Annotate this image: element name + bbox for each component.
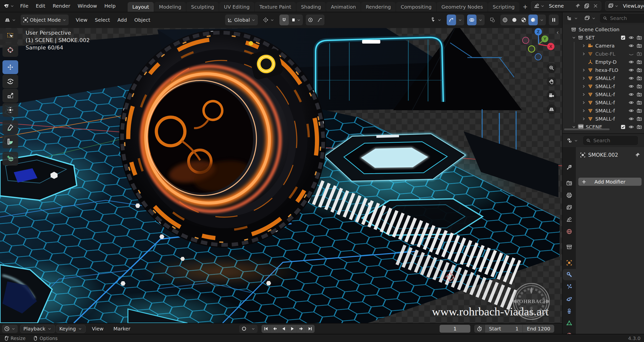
delete-scene-button[interactable]	[591, 2, 600, 10]
tab-sculpting[interactable]: Sculpting	[186, 2, 219, 12]
play-button[interactable]	[288, 325, 297, 333]
chevron-right-icon[interactable]	[581, 68, 586, 72]
pin-icon[interactable]	[635, 152, 640, 158]
menu-select[interactable]: Select	[91, 14, 114, 26]
tab-constraints[interactable]	[562, 306, 576, 317]
properties-editor-type-button[interactable]	[564, 136, 580, 145]
camera-visibility-icon[interactable]	[636, 43, 642, 48]
outliner-horizontal-scrollbar[interactable]	[564, 128, 610, 130]
chevron-right-icon[interactable]	[581, 116, 586, 121]
browse-viewlayer-button[interactable]	[606, 2, 620, 10]
viewport-3d[interactable]: www.rohrbach-viadas.art ROHRBACH ® User …	[0, 28, 562, 323]
active-object-name[interactable]: SMOKE.002	[588, 152, 618, 158]
outliner-row-small-f[interactable]: SMALL-f	[562, 90, 644, 98]
eye-icon[interactable]	[628, 43, 634, 48]
next-keyframe-button[interactable]	[297, 325, 306, 333]
sidebar-collapse-arrow[interactable]: ‹	[556, 29, 559, 36]
play-reverse-button[interactable]	[279, 325, 288, 333]
tab-texture-paint[interactable]: Texture Paint	[255, 2, 296, 12]
eye-icon[interactable]	[628, 92, 634, 97]
tab-compositing[interactable]: Compositing	[396, 2, 436, 12]
camera-visibility-icon[interactable]	[636, 108, 642, 114]
eye-icon[interactable]	[628, 35, 634, 40]
outliner-display-mode-button[interactable]	[582, 14, 598, 23]
outliner-editor-type-button[interactable]	[564, 14, 580, 23]
chevron-right-icon[interactable]	[581, 84, 586, 89]
chevron-right-icon[interactable]	[581, 92, 586, 97]
show-overlays-toggle[interactable]	[467, 14, 476, 25]
outliner-row-scene-collection[interactable]: Scene Collection	[562, 25, 644, 34]
camera-visibility-icon[interactable]	[636, 116, 642, 122]
menu-file[interactable]: File	[16, 0, 32, 12]
tab-physics[interactable]	[562, 293, 576, 304]
tool-scale[interactable]	[2, 89, 18, 102]
browse-scene-button[interactable]	[532, 2, 546, 10]
tool-add-cube[interactable]	[2, 152, 18, 166]
outliner-row-small-f[interactable]: SMALL-f	[562, 115, 644, 123]
editor-type-button[interactable]	[2, 14, 18, 25]
outliner-row-camera[interactable]: Camera	[562, 42, 644, 50]
keying-dropdown[interactable]: Keying	[56, 325, 86, 333]
eye-icon[interactable]	[628, 108, 634, 114]
camera-visibility-icon[interactable]	[636, 124, 642, 130]
proportional-editing-toggle[interactable]	[306, 14, 315, 25]
outliner-row-small-f[interactable]: SMALL-f	[562, 106, 644, 115]
eye-icon[interactable]	[628, 76, 634, 81]
blender-menu-button[interactable]	[0, 3, 16, 9]
chevron-right-icon[interactable]	[581, 108, 586, 113]
transform-orientation-dropdown[interactable]: Global	[225, 14, 258, 25]
outliner-row-small-f[interactable]: SMALL-f	[562, 98, 644, 106]
outliner-row-set[interactable]: SET	[562, 34, 644, 42]
object-visibility-dropdown[interactable]	[428, 14, 444, 25]
eye-icon[interactable]	[628, 100, 634, 105]
menu-timeline-marker[interactable]: Marker	[110, 324, 134, 334]
shading-material-button[interactable]	[519, 14, 528, 25]
checkbox-icon[interactable]	[620, 35, 626, 40]
xray-toggle[interactable]	[488, 14, 498, 25]
eye-closed-icon[interactable]	[628, 51, 634, 56]
eye-icon[interactable]	[628, 59, 634, 65]
keying-set-dropdown[interactable]	[249, 325, 258, 333]
tab-scene[interactable]	[562, 214, 576, 225]
chevron-right-icon[interactable]	[581, 43, 586, 48]
eye-icon[interactable]	[628, 116, 634, 122]
outliner-row-small-f[interactable]: SMALL-f	[562, 82, 644, 90]
gizmo-y-neg-axis[interactable]	[528, 46, 535, 52]
new-scene-button[interactable]	[582, 2, 591, 10]
end-frame-field[interactable]: End 1200	[523, 325, 554, 333]
camera-visibility-icon[interactable]	[636, 59, 642, 65]
menu-add[interactable]: Add	[114, 14, 130, 26]
camera-visibility-icon[interactable]	[636, 84, 642, 89]
overlays-settings-dropdown[interactable]	[476, 14, 484, 25]
playback-dropdown[interactable]: Playback	[20, 325, 55, 333]
properties-search[interactable]	[583, 136, 638, 145]
scene-name[interactable]: Scene	[546, 3, 574, 9]
use-preview-range-toggle[interactable]	[474, 325, 485, 333]
tab-object[interactable]	[562, 257, 576, 268]
tab-geometry-nodes[interactable]: Geometry Nodes	[437, 2, 488, 12]
mode-dropdown[interactable]: Object Mode	[21, 14, 69, 25]
navigation-gizmo[interactable]: Z Y X	[516, 28, 558, 62]
tab-object-data[interactable]	[562, 318, 576, 329]
pan-button[interactable]	[546, 77, 556, 86]
camera-visibility-icon[interactable]	[636, 35, 642, 40]
pin-scene-button[interactable]	[574, 2, 582, 10]
menu-object[interactable]: Object	[130, 14, 154, 26]
menu-edit[interactable]: Edit	[32, 0, 49, 12]
snap-toggle[interactable]	[280, 14, 289, 25]
pause-render-button[interactable]	[549, 14, 559, 25]
start-frame-field[interactable]: Start 1	[485, 325, 523, 333]
tab-layout[interactable]: Layout	[128, 2, 154, 12]
jump-to-start-button[interactable]	[262, 325, 270, 333]
snap-settings-dropdown[interactable]	[289, 14, 303, 25]
jump-to-end-button[interactable]	[306, 325, 314, 333]
orthographic-toggle-button[interactable]	[546, 104, 556, 114]
outliner-row-hexa-flo[interactable]: hexa-FLO	[562, 66, 644, 74]
gizmo-x-neg-axis[interactable]	[522, 37, 529, 44]
gizmo-z-neg-axis[interactable]	[535, 54, 542, 60]
tab-rendering[interactable]: Rendering	[361, 2, 396, 12]
tool-select-box[interactable]	[2, 29, 18, 42]
tab-render[interactable]	[562, 178, 576, 189]
proportional-falloff-dropdown[interactable]	[315, 14, 324, 25]
camera-visibility-icon[interactable]	[636, 100, 642, 105]
